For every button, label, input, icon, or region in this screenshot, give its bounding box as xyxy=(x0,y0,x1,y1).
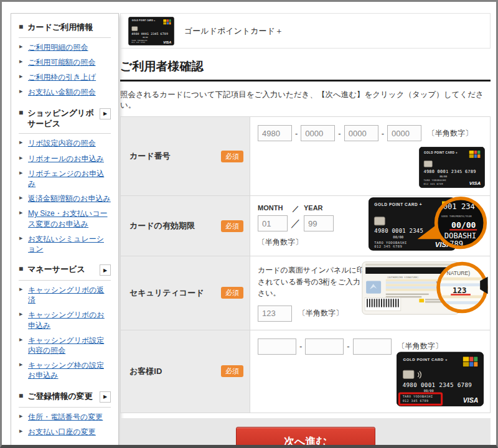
customer-id-input-3[interactable] xyxy=(353,338,392,355)
expand-arrow-button[interactable]: ▶ xyxy=(100,108,111,119)
svg-text:GOOD THRU: GOOD THRU xyxy=(441,215,456,218)
sidebar-link-item: ▶お支払いシミュレーション xyxy=(19,231,111,256)
required-badge: 必須 xyxy=(221,151,243,162)
customer-id-input-2[interactable] xyxy=(305,338,344,355)
svg-text:012 345 6789: 012 345 6789 xyxy=(423,182,443,185)
sidebar: ■ カードご利用情報 ▶ご利用明細の照会 ▶ご利用可能額の照会 ▶ご利用枠の引き… xyxy=(11,13,119,448)
sidebar-link[interactable]: ご利用枠の引き上げ xyxy=(28,73,96,82)
selected-card-header: GOLD POINT CARD + 4980 0001 2345 6789 00… xyxy=(120,13,491,49)
label-cell: カードの有効期限 必須 xyxy=(121,196,250,256)
sidebar-link-item: ▶リボ設定内容の照会 xyxy=(19,136,111,151)
slash: ／ xyxy=(288,204,304,213)
sidebar-link[interactable]: お支払いシミュレーション xyxy=(28,235,104,253)
sidebar-link[interactable]: 住所・電話番号の変更 xyxy=(28,413,103,421)
triangle-bullet-icon: ▶ xyxy=(19,58,22,64)
sidebar-link[interactable]: リボチェンジのお申込み xyxy=(28,169,104,188)
sidebar-link[interactable]: お支払い金額の照会 xyxy=(28,88,96,96)
sidebar-link-item: ▶ご利用明細の照会 xyxy=(19,40,111,55)
sidebar-link-item: ▶ご利用枠の引き上げ xyxy=(19,70,111,85)
separator: - xyxy=(347,342,349,351)
triangle-bullet-icon: ▶ xyxy=(19,195,22,200)
triangle-bullet-icon: ▶ xyxy=(19,235,22,241)
field-label: お客様ID xyxy=(129,366,162,377)
svg-text:GOLD POINT CARD +: GOLD POINT CARD + xyxy=(132,19,156,22)
sidebar-link[interactable]: ご利用明細の照会 xyxy=(28,43,88,52)
triangle-bullet-icon: ▶ xyxy=(19,88,22,94)
sidebar-link[interactable]: キャッシング枠の設定お申込み xyxy=(28,361,104,380)
next-button[interactable]: 次へ進む xyxy=(236,427,375,448)
form-row-security-code: セキュリティコード 必須 カードの裏面サインパネルに印字されている番号の3桁をご… xyxy=(121,256,490,330)
sidebar-section-money: ■ マネーサービス ▶ ▶キャッシングリボの返済 ▶キャッシングリボのお申込み … xyxy=(19,264,111,383)
page-title: ご利用者様確認 xyxy=(120,58,491,82)
triangle-bullet-icon: ▶ xyxy=(19,286,22,292)
card-number-input-2[interactable] xyxy=(301,125,335,141)
value-cell: - - 〔半角数字〕 GOLD POINT CARD + xyxy=(250,330,490,413)
field-label: カードの有効期限 xyxy=(129,220,195,231)
sidebar-link[interactable]: お支払い口座の変更 xyxy=(28,427,96,436)
expand-arrow-button[interactable]: ▶ xyxy=(100,391,111,403)
sidebar-link-item: ▶住所・電話番号の変更 xyxy=(19,409,111,424)
sidebar-section-header: ■ マネーサービス ▶ xyxy=(19,264,111,276)
submit-panel: 次へ進む xyxy=(120,418,491,448)
separator: - xyxy=(299,342,302,351)
svg-text:VISA: VISA xyxy=(163,40,171,44)
triangle-bullet-icon: ▶ xyxy=(19,155,22,161)
card-expiry-magnifier-image: GOLD POINT CARD + 4980 0001 2345 00/00 T… xyxy=(369,196,488,252)
sidebar-link[interactable]: My Size・お支払いコース変更のお申込み xyxy=(28,209,108,228)
signature-panel: 123 xyxy=(386,279,443,291)
sidebar-link[interactable]: キャッシングリボのお申込み xyxy=(28,310,105,329)
svg-text:TARO YODOBASHI: TARO YODOBASHI xyxy=(374,241,406,245)
svg-text:4980 0001 2345 6789: 4980 0001 2345 6789 xyxy=(423,169,476,174)
sidebar-link[interactable]: キャッシングリボ設定内容の照会 xyxy=(28,336,104,355)
sidebar-link-item: ▶返済金額増額のお申込み xyxy=(19,191,111,206)
expiry-year-input[interactable] xyxy=(304,215,334,231)
yodobashi-logo-icon xyxy=(163,19,171,24)
svg-text:4980 0001 2345: 4980 0001 2345 xyxy=(374,228,423,234)
divider xyxy=(19,280,111,281)
svg-text:NATURE): NATURE) xyxy=(447,270,471,276)
sidebar-link[interactable]: キャッシングリボの返済 xyxy=(28,286,105,304)
card-confirmation-form: カード番号 必須 - - - 〔半角数字〕 xyxy=(120,116,491,413)
form-row-customer-id: お客様ID 必須 - - 〔半角数字〕 GOLD POINT CARD + xyxy=(121,330,490,413)
sidebar-section-registration: ■ ご登録情報の変更 ▶ ▶住所・電話番号の変更 ▶お支払い口座の変更 xyxy=(19,391,111,439)
month-label: MONTH xyxy=(258,204,288,213)
expand-arrow-button[interactable]: ▶ xyxy=(100,264,111,276)
yodobashi-logo-icon xyxy=(463,356,478,367)
halfwidth-note: 〔半角数字〕 xyxy=(428,128,472,139)
separator: - xyxy=(295,129,298,138)
triangle-bullet-icon: ▶ xyxy=(19,428,22,434)
sidebar-link-item: ▶お支払い口座の変更 xyxy=(19,424,111,439)
expiry-month-input[interactable] xyxy=(258,215,288,231)
sidebar-link-item: ▶My Size・お支払いコース変更のお申込み xyxy=(19,206,111,231)
label-cell: お客様ID 必須 xyxy=(121,330,250,413)
label-cell: カード番号 必須 xyxy=(121,117,250,195)
svg-text:123: 123 xyxy=(453,286,466,295)
halfwidth-note: 〔半角数字〕 xyxy=(298,308,343,319)
svg-text:00/00: 00/00 xyxy=(439,175,448,178)
sidebar-link[interactable]: リボ設定内容の照会 xyxy=(28,139,96,147)
sidebar-link[interactable]: リボオールのお申込み xyxy=(28,154,104,163)
svg-text:VISA: VISA xyxy=(469,180,481,186)
card-number-input-3[interactable] xyxy=(344,125,378,141)
sidebar-link[interactable]: 返済金額増額のお申込み xyxy=(28,194,111,203)
svg-text:TARO YODOBASHI: TARO YODOBASHI xyxy=(423,179,446,182)
value-cell: MONTH ／ YEAR ／ 〔半角数字〕 GOLD POINT CARD + xyxy=(250,196,490,256)
card-number-input-4[interactable] xyxy=(387,125,421,141)
sidebar-link-item: ▶リボチェンジのお申込み xyxy=(19,166,111,191)
svg-text:VISA: VISA xyxy=(463,396,479,404)
card-back-magnifier-image: (AUTHORIZED SIGNATURE) 123 xyxy=(362,259,489,317)
customer-id-input-1[interactable] xyxy=(258,338,296,355)
svg-text:MONTH/YEAR: MONTH/YEAR xyxy=(456,215,472,218)
svg-text:00/00: 00/00 xyxy=(424,389,434,393)
svg-text:(AUTHORIZED SIGNATURE): (AUTHORIZED SIGNATURE) xyxy=(387,276,419,279)
sidebar-link[interactable]: ご利用可能額の照会 xyxy=(28,58,96,67)
sidebar-section-title: ご登録情報の変更 xyxy=(27,391,98,402)
svg-text:GOLD POINT CARD +: GOLD POINT CARD + xyxy=(424,151,458,154)
label-cell: セキュリティコード 必須 xyxy=(121,256,250,330)
card-front-image: GOLD POINT CARD + 4980 0001 2345 6789 00… xyxy=(419,147,485,188)
security-code-input[interactable] xyxy=(258,306,292,322)
sidebar-link-item: ▶キャッシングリボの返済 xyxy=(19,282,111,307)
sidebar-section-title: ショッピングリボサービス xyxy=(27,108,98,129)
value-cell: カードの裏面サインパネルに印字されている番号の3桁をご入力ください。 〔半角数字… xyxy=(250,256,490,330)
card-number-input-1[interactable] xyxy=(258,125,292,141)
